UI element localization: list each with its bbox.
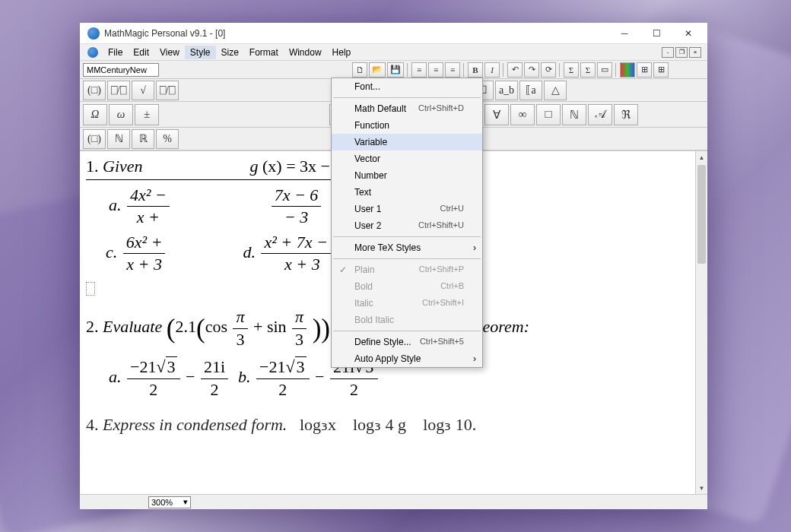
- infty-button[interactable]: ∞: [510, 104, 535, 125]
- percent-button[interactable]: %: [156, 129, 179, 149]
- menu-file[interactable]: File: [103, 46, 128, 59]
- menu-size[interactable]: Size: [216, 46, 244, 59]
- text: 4x² −: [127, 185, 170, 207]
- text: Given: [103, 157, 143, 176]
- text: a.: [109, 195, 122, 214]
- aa-button[interactable]: 𝒜: [588, 104, 612, 125]
- text: − 3: [272, 207, 322, 229]
- menu-plain: PlainCtrl+Shift+P: [332, 261, 482, 278]
- scroll-up-icon[interactable]: ▲: [696, 151, 707, 163]
- menu-view[interactable]: View: [154, 46, 185, 59]
- text: Express in condensed form.: [103, 415, 287, 434]
- menu-auto-apply[interactable]: Auto Apply Style: [332, 350, 482, 367]
- mdi-minimize-button[interactable]: -: [662, 47, 674, 58]
- menu-bold-italic: Bold Italic: [332, 312, 482, 328]
- text: 3: [166, 356, 177, 376]
- new-button[interactable]: 🗋: [352, 62, 367, 78]
- text: 2.: [86, 317, 99, 336]
- sub-template-button[interactable]: a_b: [495, 81, 518, 100]
- maximize-button[interactable]: ☐: [640, 24, 672, 43]
- forall-button[interactable]: ∀: [484, 104, 509, 125]
- text: π: [233, 306, 247, 329]
- frac-template-button[interactable]: ⎕/⎕: [107, 81, 130, 100]
- zoom-selector[interactable]: 300%▾: [148, 496, 191, 508]
- text: π: [292, 306, 307, 329]
- dropdown-icon: ▾: [183, 497, 188, 507]
- color-grid-button[interactable]: [620, 62, 635, 78]
- align-left-button[interactable]: ≡: [411, 62, 427, 78]
- menu-edit[interactable]: Edit: [128, 46, 154, 59]
- pm-button[interactable]: ±: [135, 104, 159, 125]
- bracket-template-button[interactable]: ⟦a: [519, 81, 542, 100]
- save-button[interactable]: 💾: [387, 62, 404, 78]
- paren2-button[interactable]: (□): [83, 129, 106, 149]
- font-selector[interactable]: MMCenturyNew: [83, 63, 159, 77]
- menu-text[interactable]: Text: [332, 184, 482, 201]
- close-button[interactable]: ✕: [672, 24, 704, 43]
- menu-help[interactable]: Help: [327, 46, 357, 59]
- uc-omega-button[interactable]: Ω: [83, 104, 107, 125]
- open-button[interactable]: 📂: [369, 62, 386, 78]
- italic-button[interactable]: I: [484, 62, 500, 78]
- text: cos: [205, 317, 227, 336]
- menu-math-default[interactable]: Math DefaultCtrl+Shift+D: [332, 100, 482, 117]
- doc-icon: [87, 47, 98, 58]
- app-icon: [87, 27, 100, 40]
- re-button[interactable]: ℜ: [614, 104, 638, 125]
- text: + sin: [253, 317, 287, 336]
- text: 3: [295, 356, 307, 376]
- undo-button[interactable]: ↶: [507, 62, 523, 78]
- square-button[interactable]: □: [536, 104, 561, 125]
- nn-button[interactable]: ℕ: [562, 104, 586, 125]
- menu-more-tex[interactable]: More TeX Styles: [332, 239, 482, 256]
- menu-style[interactable]: Style: [185, 46, 216, 59]
- grid1-button[interactable]: ⊞: [637, 62, 652, 78]
- menu-variable[interactable]: Variable: [332, 134, 482, 150]
- sigma-box-button[interactable]: Σ: [564, 62, 579, 78]
- text: log₃ 4 g: [353, 415, 406, 434]
- menu-font[interactable]: Font...: [332, 78, 482, 95]
- text: log₃x: [300, 415, 336, 434]
- text: d.: [243, 242, 256, 261]
- sqrt-template-button[interactable]: √: [132, 81, 154, 100]
- status-bar: 300%▾: [80, 494, 707, 509]
- menu-vector[interactable]: Vector: [332, 150, 482, 167]
- redo-button[interactable]: ↷: [524, 62, 539, 78]
- r-symbol-button[interactable]: ℝ: [132, 129, 154, 149]
- bold-button[interactable]: B: [468, 62, 483, 78]
- text: 2: [256, 379, 310, 401]
- text: a.: [109, 367, 122, 386]
- menu-format[interactable]: Format: [244, 46, 284, 59]
- menu-number[interactable]: Number: [332, 167, 482, 184]
- menu-define-style[interactable]: Define Style...Ctrl+Shift+5: [332, 334, 482, 350]
- text: b.: [238, 367, 251, 386]
- menu-function[interactable]: Function: [332, 117, 482, 134]
- menu-user2[interactable]: User 2Ctrl+Shift+U: [332, 217, 482, 234]
- text: 2.1: [175, 317, 196, 336]
- text: 3: [233, 329, 247, 351]
- minimize-button[interactable]: ─: [608, 24, 640, 43]
- mdi-restore-button[interactable]: ❐: [675, 47, 688, 58]
- menu-user1[interactable]: User 1Ctrl+U: [332, 201, 482, 217]
- scroll-down-icon[interactable]: ▼: [696, 482, 707, 494]
- grid2-button[interactable]: ⊞: [653, 62, 669, 78]
- tri-template-button[interactable]: △: [544, 81, 567, 100]
- align-right-button[interactable]: ≡: [445, 62, 460, 78]
- text: x + 3: [123, 254, 166, 276]
- lc-omega-button[interactable]: ω: [109, 104, 133, 125]
- format-toolbar: MMCenturyNew 🗋 📂 💾 ≡ ≡ ≡ B I ↶ ↷ ⟳ Σ Σ ▭…: [80, 61, 707, 79]
- text: 3: [292, 329, 307, 351]
- text: 2: [127, 379, 180, 401]
- mdi-close-button[interactable]: ×: [689, 47, 701, 58]
- scroll-thumb[interactable]: [697, 165, 706, 264]
- text: −: [186, 367, 199, 386]
- n-symbol-button[interactable]: ℕ: [107, 129, 130, 149]
- vertical-scrollbar[interactable]: ▲ ▼: [695, 151, 707, 494]
- frac2-template-button[interactable]: ⎕/⎕: [156, 81, 179, 100]
- menu-window[interactable]: Window: [284, 46, 327, 59]
- border-button[interactable]: ▭: [597, 62, 612, 78]
- align-center-button[interactable]: ≡: [428, 62, 443, 78]
- sigma-button[interactable]: Σ: [580, 62, 596, 78]
- refresh-button[interactable]: ⟳: [541, 62, 556, 78]
- paren-template-button[interactable]: (□): [83, 81, 106, 100]
